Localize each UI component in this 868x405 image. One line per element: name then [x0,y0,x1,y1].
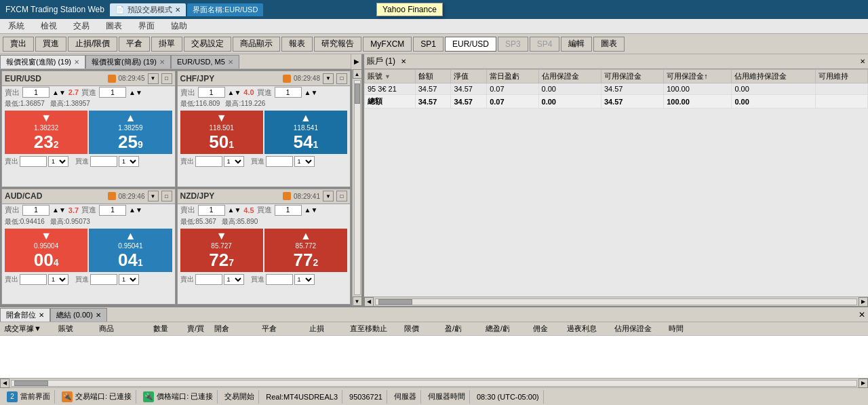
bottom-col-commission[interactable]: 佣金 [529,324,563,334]
menu-interface[interactable]: 界面 [130,19,163,33]
tab-quote-advanced[interactable]: 報價視窗(進階) (19) ✕ [0,55,85,69]
col-balance[interactable]: 餘額 [415,70,451,83]
sell-button-1[interactable]: ▼ 118.501 50 1 [180,111,263,154]
tab-summary-close[interactable]: ✕ [96,311,101,319]
buy-button-0[interactable]: ▲ 1.38259 25 9 [89,111,172,154]
btn-edit[interactable]: 編輯 [561,37,592,52]
tab-open-positions[interactable]: 開倉部位 ✕ [0,308,50,322]
menu-help[interactable]: 協助 [163,19,195,33]
sell-button-3[interactable]: ▼ 85.727 72 7 [180,229,263,272]
panel-expand-1[interactable]: □ [336,73,347,84]
btn-myfxcm[interactable]: MyFXCM [363,37,412,52]
bottom-col-time[interactable]: 時間 [665,324,719,334]
hscroll-right[interactable]: ▶ [859,297,868,307]
buy-order-2[interactable] [90,274,117,285]
vscroll-thumb[interactable] [355,83,360,104]
sell-qty-1[interactable] [198,87,225,98]
buy-order-select-1[interactable]: 1 [294,156,315,167]
bottom-col-margin[interactable]: 佔用保證金 [610,324,665,334]
btn-product-display[interactable]: 商品顯示 [233,37,280,52]
bottom-col-trailing[interactable]: 直至移動止 [346,324,400,334]
title-tab-close-0[interactable]: ✕ [175,6,180,14]
buy-qty-0[interactable] [99,87,126,98]
col-usable-margin[interactable]: 可用保證金 [601,70,663,83]
buy-qty-1[interactable] [275,87,302,98]
col-daily-pl[interactable]: 當日盈虧 [487,70,538,83]
tab-open-positions-close[interactable]: ✕ [39,311,44,319]
bottom-col-open[interactable]: 開倉 [210,324,258,334]
btn-sp1[interactable]: SP1 [413,37,443,52]
hscroll-left[interactable]: ◀ [364,297,374,307]
panel-btn-2[interactable]: ▼ [148,191,159,201]
panel-btn-1[interactable]: ▼ [323,73,334,84]
bottom-col-close[interactable]: 平倉 [258,324,305,334]
buy-button-3[interactable]: ▲ 85.772 77 2 [264,229,347,272]
buy-order-select-0[interactable]: 1 [119,156,139,167]
title-tab-0[interactable]: 📄 預設交易模式 ✕ [110,3,186,16]
title-tab-1[interactable]: 界面名稱:EUR/USD [187,3,264,16]
buy-button-1[interactable]: ▲ 118.541 54 1 [264,111,347,154]
sell-qty-2[interactable] [22,205,50,216]
panel-expand-2[interactable]: □ [161,191,172,201]
buy-order-0[interactable]: 260 [90,156,117,167]
sell-order-select-3[interactable]: 1 [224,274,244,285]
sell-qty-0[interactable] [22,87,50,98]
btn-sell[interactable]: 賣出 [3,37,34,52]
col-used-margin[interactable]: 佔用保證金 [538,70,601,83]
tab-eurusd-m5[interactable]: EUR/USD, M5 ✕ [171,55,239,69]
btn-close[interactable]: 平倉 [119,37,150,52]
btn-stop-limit[interactable]: 止損/限價 [68,37,117,52]
menu-trade[interactable]: 交易 [65,19,98,33]
buy-order-1[interactable]: 542 [266,156,293,167]
bottom-col-buysell[interactable]: 賣/買 [183,324,210,334]
bottom-col-total-pl[interactable]: 總盈/虧 [481,324,529,334]
btn-sp3[interactable]: SP3 [498,37,528,52]
sell-order-select-1[interactable]: 1 [224,156,244,167]
btn-chart[interactable]: 圖表 [593,37,625,52]
col-usable-margin2[interactable]: 可用保證金↑ [664,70,732,83]
col-equity[interactable]: 淨值 [451,70,487,83]
bottom-col-account[interactable]: 賬號 [54,324,95,334]
buy-qty-2[interactable] [99,205,126,216]
btn-pending[interactable]: 掛單 [151,37,182,52]
bottom-hscroll-right[interactable]: ▶ [859,379,868,388]
tab-summary[interactable]: 總結 (0.00) ✕ [50,308,107,322]
sell-order-select-0[interactable]: 1 [48,156,68,167]
btn-eurusd[interactable]: EUR/USD [445,37,496,52]
panel-btn-3[interactable]: ▼ [323,191,334,201]
bottom-col-limit[interactable]: 限價 [400,324,441,334]
col-usable-maint[interactable]: 可用維持 [816,70,868,83]
menu-chart[interactable]: 圖表 [98,19,130,33]
btn-report[interactable]: 報表 [281,37,313,52]
tab-eurusd-m5-close[interactable]: ✕ [228,58,233,66]
tab-quote-advanced-close[interactable]: ✕ [74,58,79,66]
buy-order-select-2[interactable]: 1 [119,274,139,285]
tab-quote-simple[interactable]: 報價視窗(簡易) (19) ✕ [85,55,171,69]
sell-order-select-2[interactable]: 1 [48,274,68,285]
menu-system[interactable]: 系統 [0,19,33,33]
bottom-col-qty[interactable]: 數量 [149,324,183,334]
sell-order-1[interactable]: 500 [195,156,222,167]
sell-button-0[interactable]: ▼ 1.38232 23 2 [5,111,87,154]
buy-order-select-3[interactable]: 1 [294,274,315,285]
sell-order-3[interactable] [195,274,222,285]
accounts-tab[interactable]: 賬戶 (1) ✕ [367,56,406,67]
col-maint-margin[interactable]: 佔用維持保證金 [732,70,816,83]
left-vscroll[interactable]: ▲ ▼ [352,69,361,306]
bottom-hscroll-thumb[interactable] [14,381,48,386]
right-hscroll[interactable]: ◀ ▶ [364,296,868,306]
panel-expand-0[interactable]: □ [161,73,172,84]
sell-qty-3[interactable] [198,205,225,216]
accounts-tab-close[interactable]: ✕ [401,58,406,65]
panel-scroll-right[interactable]: ▶ [351,54,361,69]
btn-buy[interactable]: 買進 [35,37,66,52]
bottom-col-pl[interactable]: 盈/虧 [441,324,481,334]
menu-view[interactable]: 檢視 [33,19,65,33]
sell-order-2[interactable] [20,274,47,285]
bottom-col-stop[interactable]: 止損 [305,324,346,334]
sell-button-2[interactable]: ▼ 0.95004 00 4 [5,229,87,272]
sell-order-0[interactable]: 231 [20,156,47,167]
btn-trade-setting[interactable]: 交易設定 [184,37,231,52]
right-panel-maximize[interactable]: ✕ [860,58,865,65]
hscroll-thumb[interactable] [378,299,412,305]
